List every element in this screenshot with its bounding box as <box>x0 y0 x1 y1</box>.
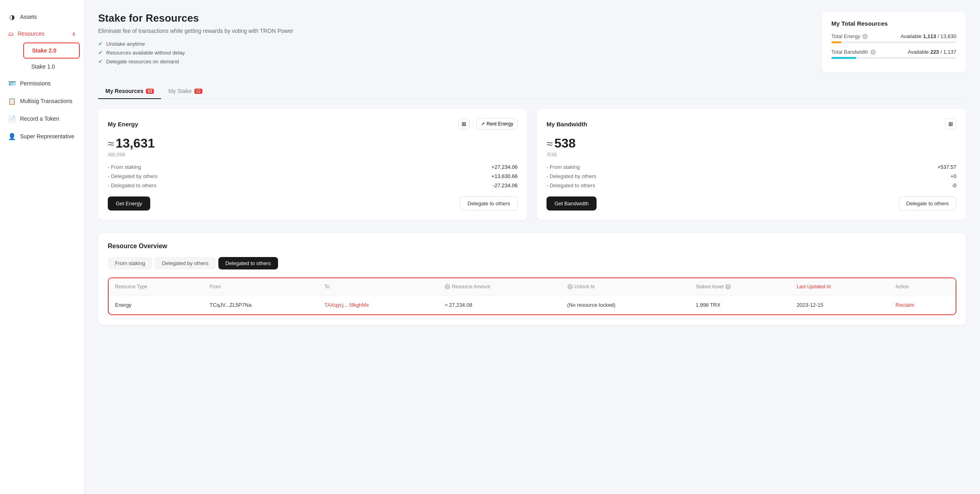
delegate-bandwidth-button[interactable]: Delegate to others <box>899 196 956 211</box>
check-icon-2: ✔ <box>98 49 103 56</box>
sidebar-item-assets[interactable]: ◑ Assets <box>0 8 84 26</box>
bandwidth-grid-icon-btn[interactable]: ⊞ <box>945 118 956 130</box>
energy-approx: ≈ <box>108 138 114 150</box>
main-content: Stake for Resources Eliminate fee of tra… <box>84 0 980 494</box>
tab-my-resources[interactable]: My Resources V2 <box>98 84 161 99</box>
unlock-question-icon[interactable]: ? <box>567 284 573 290</box>
overview-title: Resource Overview <box>108 243 956 250</box>
assets-icon: ◑ <box>8 13 16 21</box>
cell-unlock-at: (No resource locked) <box>561 296 690 315</box>
energy-grid-icon-btn[interactable]: ⊞ <box>458 118 470 130</box>
energy-available-value: Available 1,113 / 13,630 <box>901 33 956 39</box>
sidebar-item-record-token[interactable]: 📄 Record a Token <box>0 110 84 128</box>
bandwidth-panel: My Bandwidth ⊞ ≈ 538 /538 - From <box>537 109 966 220</box>
sidebar-item-permissions[interactable]: 🪪 Permissions <box>0 75 84 92</box>
permissions-icon: 🪪 <box>8 79 16 87</box>
page-subtitle: Eliminate fee of transactions while gett… <box>98 28 810 34</box>
col-unlock-at: ? Unlock At <box>561 278 690 296</box>
bandwidth-progress-bar <box>831 57 956 59</box>
sidebar: ◑ Assets 🗂 Resources ∧ Stake 2.0 Stake 1… <box>0 0 84 494</box>
bandwidth-panel-footer: Get Bandwidth Delegate to others <box>546 196 956 211</box>
col-to: To <box>318 278 438 296</box>
total-bandwidth-label: Total Bandwidth <box>831 49 868 55</box>
energy-panel-title: My Energy <box>108 121 138 128</box>
cell-resource-type: Energy <box>109 296 203 315</box>
bandwidth-stats: - From staking +537.57 - Delegated by ot… <box>546 164 956 188</box>
energy-stat-1: - From staking +27,234.06 <box>108 164 518 170</box>
tab-my-stake[interactable]: My Stake V2 <box>161 84 210 99</box>
col-resource-amount: ? Resource Amount <box>438 278 561 296</box>
main-tabs: My Resources V2 My Stake V2 <box>98 84 966 99</box>
check-icon-1: ✔ <box>98 40 103 47</box>
energy-row: Total Energy ? Available 1,113 / 13,630 <box>831 33 956 43</box>
ov-tab-delegated-by[interactable]: Delegated by others <box>155 257 216 269</box>
check-icon-3: ✔ <box>98 58 103 65</box>
resource-overview: Resource Overview From staking Delegated… <box>98 233 966 325</box>
my-stake-badge: V2 <box>194 89 202 94</box>
super-rep-icon: 👤 <box>8 132 16 140</box>
get-bandwidth-button[interactable]: Get Bandwidth <box>546 196 597 211</box>
bandwidth-stat-3: - Delegated to others -0 <box>546 182 956 188</box>
ov-tab-from-staking[interactable]: From staking <box>108 257 152 269</box>
total-resources-title: My Total Resources <box>831 20 956 27</box>
overview-tabs: From staking Delegated by others Delegat… <box>108 257 956 269</box>
cell-to: TAXqycj... 5fkghMx <box>318 296 438 315</box>
my-resources-badge: V2 <box>146 89 154 94</box>
amount-question-icon[interactable]: ? <box>445 284 450 290</box>
col-from: From <box>203 278 318 296</box>
energy-progress-bar <box>831 41 956 43</box>
stake-info: Stake for Resources Eliminate fee of tra… <box>98 12 810 73</box>
energy-panel-footer: Get Energy Delegate to others <box>108 196 518 211</box>
staked-question-icon[interactable]: ? <box>725 284 731 290</box>
table-row: Energy TCqJV...ZL5P7Na TAXqycj... 5fkghM… <box>109 296 956 315</box>
ov-tab-delegated-to[interactable]: Delegated to others <box>218 257 278 269</box>
delegate-energy-button[interactable]: Delegate to others <box>460 196 518 211</box>
col-resource-type: Resource Type <box>109 278 203 296</box>
energy-stat-2: - Delegated by others +13,630.66 <box>108 173 518 179</box>
delegated-to-table: Resource Type From To ? R <box>109 278 956 314</box>
cell-from: TCqJV...ZL5P7Na <box>203 296 318 315</box>
energy-main-value: 13,631 <box>115 136 155 151</box>
sidebar-item-super-rep[interactable]: 👤 Super Representative <box>0 128 84 145</box>
rent-energy-btn[interactable]: ↗ Rent Energy <box>476 118 518 130</box>
energy-sub-value: /68,099 <box>108 152 518 158</box>
get-energy-button[interactable]: Get Energy <box>108 196 150 211</box>
multisig-icon: 📋 <box>8 97 16 105</box>
bandwidth-stat-1: - From staking +537.57 <box>546 164 956 170</box>
resources-grid: My Energy ⊞ ↗ Rent Energy ≈ 13,631 <box>98 109 966 220</box>
energy-stats: - From staking +27,234.06 - Delegated by… <box>108 164 518 188</box>
bandwidth-progress-fill <box>831 57 856 59</box>
bandwidth-stat-2: - Delegated by others +0 <box>546 173 956 179</box>
cell-staked-asset: 1,998 TRX <box>689 296 790 315</box>
record-token-icon: 📄 <box>8 115 16 123</box>
stake-features: ✔ Unstake anytime ✔ Resources available … <box>98 40 810 65</box>
sidebar-sub-stake2[interactable]: Stake 2.0 <box>23 43 80 59</box>
bandwidth-panel-title: My Bandwidth <box>546 121 587 128</box>
bandwidth-approx: ≈ <box>546 138 553 150</box>
chevron-up-icon: ∧ <box>72 30 76 37</box>
sidebar-item-resources[interactable]: 🗂 Resources ∧ <box>0 26 84 42</box>
energy-question-icon[interactable]: ? <box>862 34 868 39</box>
to-address-link[interactable]: TAXqycj... 5fkghMx <box>325 302 369 308</box>
bandwidth-panel-actions: ⊞ <box>945 118 956 130</box>
sidebar-item-multisig[interactable]: 📋 Multisig Transactions <box>0 92 84 110</box>
energy-panel-actions: ⊞ ↗ Rent Energy <box>458 118 518 130</box>
energy-stat-3: - Delegated to others -27,234.06 <box>108 182 518 188</box>
bandwidth-row: Total Bandwidth ? Available 223 / 1,137 <box>831 49 956 59</box>
feature-available: ✔ Resources available without delay <box>98 49 810 56</box>
rent-icon: ↗ <box>481 121 485 127</box>
energy-progress-fill <box>831 41 841 43</box>
bandwidth-sub-value: /538 <box>546 152 956 158</box>
cell-amount: ≈ 27,234.08 <box>438 296 561 315</box>
delegated-to-table-wrapper: Resource Type From To ? R <box>108 277 956 315</box>
reclaim-button[interactable]: Reclaim <box>895 302 914 308</box>
bandwidth-question-icon[interactable]: ? <box>870 49 876 55</box>
energy-panel: My Energy ⊞ ↗ Rent Energy ≈ 13,631 <box>98 109 527 220</box>
energy-value-block: ≈ 13,631 /68,099 <box>108 136 518 158</box>
feature-unstake: ✔ Unstake anytime <box>98 40 810 47</box>
col-staked-asset: Staked Asset ? <box>689 278 790 296</box>
page-title: Stake for Resources <box>98 12 810 24</box>
sidebar-sub-stake1[interactable]: Stake 1.0 <box>23 59 80 74</box>
divider <box>473 120 473 128</box>
total-energy-label: Total Energy <box>831 33 860 39</box>
